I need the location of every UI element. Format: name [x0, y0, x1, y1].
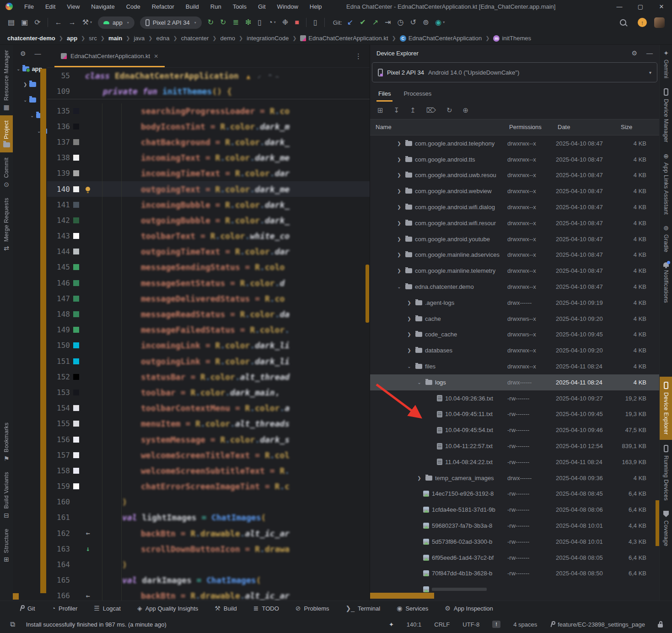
code-line-141[interactable]: 141incomingBubble = R.color.dark_	[47, 197, 370, 212]
breadcrumb-item-demo[interactable]: demo	[220, 35, 236, 42]
chevron-collapsed-icon[interactable]: ❯	[396, 157, 403, 162]
column-header-name[interactable]: Name	[376, 124, 392, 130]
new-folder-icon[interactable]: ⊞	[377, 106, 383, 114]
git-fetch-icon[interactable]: ⇥	[385, 19, 391, 26]
user-avatar[interactable]	[654, 17, 665, 28]
git-commit-icon[interactable]: ✔	[360, 19, 366, 26]
code-line-163[interactable]: 163↓scrollDownButtonIcon = R.drawa	[47, 541, 370, 557]
menu-code[interactable]: Code	[126, 3, 140, 10]
code-line-140[interactable]: 140outgoingText = R.color.dark_me	[47, 181, 370, 197]
code-line-138[interactable]: 138incomingText = R.color.dark_me	[47, 150, 370, 166]
code-line-148[interactable]: 148messageReadStatus = R.color.da	[47, 306, 370, 322]
tool-device-manager[interactable]: Device Manager	[660, 83, 672, 147]
code-line-146[interactable]: 146messageSentStatus = R.color.d	[47, 275, 370, 291]
chevron-collapsed-icon[interactable]: ❯	[396, 237, 403, 242]
git-push-icon[interactable]: ↗	[372, 19, 378, 26]
table-row[interactable]: ❯com.google.android.wifi.resourdrwxrwx--…	[370, 215, 659, 231]
tool-notifications[interactable]: Notifications	[660, 257, 672, 308]
build-menu-icon[interactable]: ⚒▾	[82, 19, 92, 26]
file-writable-icon[interactable]	[658, 622, 663, 628]
menu-help[interactable]: Help	[310, 3, 322, 10]
menu-tools[interactable]: Tools	[233, 3, 247, 10]
table-row[interactable]: 10.04-11:22:57.txt-rw-------2025-04-10 1…	[370, 438, 659, 454]
table-row[interactable]: ❯code_cachedrwxrws--x2025-04-10 09:454 K…	[370, 327, 659, 343]
menu-file[interactable]: File	[24, 3, 34, 10]
code-line-160[interactable]: 160)	[47, 494, 370, 510]
code-area[interactable]: 55class EdnaChatCenterApplication ▲ ✓ ^ …	[47, 68, 370, 601]
breadcrumb-item-chatcenter-demo[interactable]: chatcenter-demo	[7, 35, 55, 42]
project-options-gear-icon[interactable]: ⚙	[20, 50, 26, 57]
project-vertical-scrollbar[interactable]	[40, 69, 46, 593]
table-row[interactable]: 10.04-09:45:54.txt-rw-------2025-04-10 0…	[370, 422, 659, 438]
tool-merge-requests[interactable]: Merge Requests⇄	[0, 193, 13, 256]
breadcrumb-item-java[interactable]: java	[134, 35, 145, 42]
tool-app-inspection[interactable]: ⚙App Inspection	[445, 605, 493, 612]
code-line-153[interactable]: 153toolbar = R.color.dark_main,	[47, 384, 370, 400]
breadcrumb-item-app[interactable]: app	[67, 35, 77, 42]
refresh-icon[interactable]: ↻	[446, 106, 452, 114]
table-row[interactable]: 5d573f86-02ad-3300-b-rw-------2025-04-08…	[370, 534, 659, 550]
device-picker[interactable]: Pixel 2 API 34▾	[140, 16, 202, 29]
code-line-155[interactable]: 155menuItem = R.color.alt_threads	[47, 416, 370, 432]
code-line-109[interactable]: 109private fun initThemes() {	[47, 83, 370, 99]
editor-tab-options-icon[interactable]: ⋮	[355, 52, 362, 60]
tool-structure[interactable]: Structure⊞	[0, 524, 13, 568]
line-separator[interactable]: CRLF	[434, 621, 450, 628]
table-row[interactable]: 10.04-09:26:36.txt-rw-------2025-04-10 0…	[370, 390, 659, 406]
download-file-icon[interactable]: ↧	[394, 106, 400, 114]
table-row[interactable]: ❯com.google.android.youtubedrwxrwx--x202…	[370, 231, 659, 247]
table-row[interactable]: ❯com.google.mainline.telemetrydrwxrwx--x…	[370, 263, 659, 279]
tool-app-quality-insights[interactable]: ◈App Quality Insights	[137, 605, 198, 612]
sync-icon[interactable]: ⟳	[34, 19, 40, 26]
table-row[interactable]: ❯databasesdrwxrwx--x2025-04-10 09:204 KB	[370, 342, 659, 358]
file-encoding[interactable]: UTF-8	[462, 621, 479, 628]
window-maximize-icon[interactable]: ▢	[630, 0, 651, 13]
chevron-collapsed-icon[interactable]: ❯	[406, 348, 413, 353]
run-config-picker[interactable]: app▾	[98, 16, 134, 29]
tool-build[interactable]: ⚒Build	[215, 605, 237, 612]
project-horizontal-scrollbar[interactable]	[13, 593, 19, 600]
table-row[interactable]: 11.04-08:24:22.txt-rw-------2025-04-11 0…	[370, 454, 659, 470]
apply-changes-icon[interactable]: ↻	[220, 19, 226, 26]
breadcrumb-item-main[interactable]: main	[108, 35, 122, 42]
table-row[interactable]: ❯com.google.mainline.adservicesdrwxrwx--…	[370, 247, 659, 263]
table-row[interactable]: ❯com.google.android.ttsdrwxrwx--x2025-04…	[370, 151, 659, 168]
table-row[interactable]: 59680237-fa7b-3b3a-8-rw-------2025-04-08…	[370, 518, 659, 534]
code-line-156[interactable]: 156systemMessage = R.color.dark_s	[47, 432, 370, 447]
tool-bookmarks[interactable]: Bookmarks⚑	[0, 417, 13, 467]
code-line-165[interactable]: 165val darkImages = ChatImages(	[47, 573, 370, 588]
code-line-157[interactable]: 157welcomeScreenTitleText = R.col	[47, 447, 370, 463]
code-line-145[interactable]: 145messageSendingStatus = R.colo	[47, 260, 370, 275]
tool-resource-manager[interactable]: Resource Manager▦	[0, 45, 13, 115]
update-available-icon[interactable]: ↑	[638, 18, 647, 27]
window-close-icon[interactable]: ✕	[651, 0, 672, 13]
tool-services[interactable]: ◉Services	[397, 605, 428, 612]
table-row[interactable]: ❯com.google.android.webviewdrwxrwx--x202…	[370, 183, 659, 199]
code-line-137[interactable]: 137chatBackground = R.color.dark_	[47, 134, 370, 150]
table-row[interactable]: ⌄filesdrwxrwx--x2025-04-11 08:244 KB	[370, 358, 659, 374]
search-everywhere-icon[interactable]	[615, 19, 631, 26]
git-update-icon[interactable]: ↙	[347, 19, 353, 26]
code-line-151[interactable]: 151outgoingLink = R.color.dark_li	[47, 353, 370, 369]
stop-icon[interactable]: ■	[295, 19, 299, 26]
gradle-sync-icon[interactable]: ⊚	[423, 19, 429, 26]
chevron-collapsed-icon[interactable]: ❯	[406, 332, 413, 337]
chevron-expanded-icon[interactable]: ⌄	[30, 113, 34, 118]
code-line-166[interactable]: 166←backBtn = R.drawable.alt_ic_ar	[47, 588, 370, 601]
caret-position[interactable]: 140:1	[407, 621, 422, 628]
chevron-expanded-icon[interactable]: ⌄	[406, 364, 413, 369]
tab-ednachatcenterapplication[interactable]: EdnaChatCenterApplication.kt ✕	[54, 46, 165, 67]
table-row[interactable]: ❯com.google.android.uwb.resoudrwxrwx--x2…	[370, 168, 659, 184]
code-line-147[interactable]: 147messageDeliveredStatus = R.co	[47, 291, 370, 306]
menu-edit[interactable]: Edit	[45, 3, 55, 10]
chevron-collapsed-icon[interactable]: ❯	[416, 476, 423, 481]
profiler-icon[interactable]: ◔▾	[268, 19, 276, 26]
run-icon[interactable]: ↻	[208, 19, 214, 26]
tool-terminal[interactable]: ❯_Terminal	[346, 605, 381, 612]
chevron-expanded-icon[interactable]: ⌄	[396, 284, 403, 289]
tool-project[interactable]: Project	[0, 115, 13, 152]
chevron-collapsed-icon[interactable]: ❯	[396, 268, 403, 273]
code-line-150[interactable]: 150incomingLink = R.color.dark_li	[47, 338, 370, 353]
menu-navigate[interactable]: Navigate	[91, 3, 114, 10]
code-line-142[interactable]: 142outgoingBubble = R.color.dark_	[47, 212, 370, 228]
